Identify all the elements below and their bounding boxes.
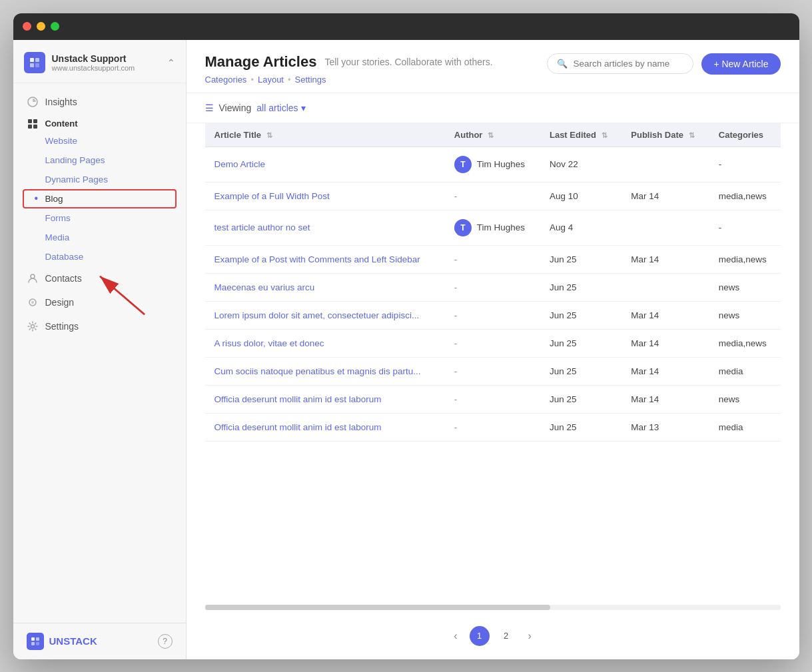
sidebar-item-insights[interactable]: Insights — [13, 90, 186, 114]
article-title-cell[interactable]: Example of a Post with Comments and Left… — [205, 245, 445, 273]
forms-label: Forms — [45, 213, 71, 223]
pagination: ‹ 1 2 › — [187, 613, 799, 659]
categories-cell: - — [709, 210, 781, 245]
last-edited-cell: Jun 25 — [540, 245, 621, 273]
svg-rect-16 — [36, 637, 39, 641]
sidebar-item-settings[interactable]: Settings — [13, 314, 186, 338]
author-avatar: T — [454, 156, 472, 173]
sidebar-item-forms[interactable]: Forms — [13, 208, 186, 228]
sidebar-item-database[interactable]: Database — [13, 247, 186, 266]
help-circle-icon[interactable]: ? — [158, 634, 173, 649]
article-title-cell[interactable]: Lorem ipsum dolor sit amet, consectetuer… — [205, 301, 445, 329]
last-edited-cell: Aug 10 — [540, 182, 621, 210]
svg-rect-4 — [30, 63, 34, 67]
close-button[interactable] — [23, 22, 31, 31]
filter-icon: ☰ — [205, 103, 214, 113]
table-row: Example of a Full Width Post-Aug 10Mar 1… — [205, 182, 781, 210]
website-label: Website — [45, 136, 78, 146]
sidebar-item-media[interactable]: Media — [13, 228, 186, 247]
unstack-logo: UNSTACK — [27, 633, 97, 650]
page-1-button[interactable]: 1 — [470, 626, 490, 646]
article-title-cell[interactable]: Officia deserunt mollit anim id est labo… — [205, 385, 445, 413]
author-name: Tim Hughes — [477, 222, 525, 232]
author-avatar: T — [454, 219, 472, 236]
sidebar-item-contacts[interactable]: Contacts — [13, 266, 186, 290]
sidebar-item-dynamic-pages[interactable]: Dynamic Pages — [13, 170, 186, 189]
last-edited-cell: Jun 25 — [540, 385, 621, 413]
author-cell: - — [445, 301, 540, 329]
publish-date-cell: Mar 14 — [621, 301, 709, 329]
table-header-row: Article Title ⇅ Author ⇅ Last Edited ⇅ — [205, 123, 781, 147]
media-label: Media — [45, 232, 70, 242]
settings-link[interactable]: Settings — [295, 75, 326, 85]
new-article-button[interactable]: + New Article — [701, 53, 780, 75]
title-row: Manage Articles Tell your stories. Colla… — [205, 53, 493, 71]
sort-icon-publish-date[interactable]: ⇅ — [689, 131, 695, 139]
article-title-cell[interactable]: Cum sociis natoque penatibus et magnis d… — [205, 357, 445, 385]
publish-date-cell: Mar 14 — [621, 329, 709, 357]
brand-url: www.unstacksupport.com — [52, 64, 135, 72]
sort-icon-author[interactable]: ⇅ — [488, 131, 494, 139]
search-icon: 🔍 — [557, 59, 568, 69]
sort-icon-last-edited[interactable]: ⇅ — [602, 131, 608, 139]
article-title-cell[interactable]: test article author no set — [205, 210, 445, 245]
layout-link[interactable]: Layout — [258, 75, 284, 85]
svg-rect-9 — [28, 125, 32, 129]
content-icon — [27, 118, 39, 130]
sidebar: Unstack Support www.unstacksupport.com ⌃ — [13, 40, 187, 659]
sidebar-item-website[interactable]: Website — [13, 131, 186, 151]
sidebar-chevron-icon[interactable]: ⌃ — [167, 57, 175, 68]
svg-rect-17 — [31, 642, 35, 645]
svg-rect-2 — [30, 58, 34, 62]
gear-icon — [27, 320, 39, 332]
article-title-cell[interactable]: Maecenas eu varius arcu — [205, 273, 445, 301]
last-edited-cell: Nov 22 — [540, 147, 621, 182]
search-input[interactable] — [573, 59, 683, 69]
svg-rect-8 — [33, 119, 37, 123]
page-title: Manage Articles — [205, 53, 317, 71]
table-header: Article Title ⇅ Author ⇅ Last Edited ⇅ — [205, 123, 781, 147]
chart-icon — [27, 96, 39, 108]
chevron-down-icon: ▾ — [301, 103, 306, 113]
landing-pages-label: Landing Pages — [45, 155, 105, 165]
dynamic-pages-label: Dynamic Pages — [45, 174, 109, 184]
article-title-cell[interactable]: Example of a Full Width Post — [205, 182, 445, 210]
publish-date-cell — [621, 147, 709, 182]
sort-icon-title[interactable]: ⇅ — [266, 131, 272, 139]
maximize-button[interactable] — [51, 22, 59, 31]
article-title-cell[interactable]: Officia deserunt mollit anim id est labo… — [205, 413, 445, 441]
page-2-button[interactable]: 2 — [496, 626, 516, 646]
svg-rect-10 — [33, 125, 37, 129]
next-page-button[interactable]: › — [523, 627, 537, 645]
contacts-label: Contacts — [45, 273, 82, 284]
sidebar-item-landing-pages[interactable]: Landing Pages — [13, 151, 186, 170]
article-title-cell[interactable]: A risus dolor, vitae et donec — [205, 329, 445, 357]
main-header: Manage Articles Tell your stories. Colla… — [187, 40, 799, 93]
horizontal-scrollbar[interactable] — [205, 605, 781, 610]
filter-dropdown[interactable]: all articles ▾ — [256, 103, 305, 113]
brand-icon — [24, 52, 45, 73]
sidebar-footer: UNSTACK ? — [13, 623, 186, 659]
prev-page-button[interactable]: ‹ — [448, 627, 462, 645]
categories-cell: media — [709, 357, 781, 385]
insights-label: Insights — [45, 97, 77, 107]
search-box[interactable]: 🔍 — [547, 53, 693, 74]
table-row: Cum sociis natoque penatibus et magnis d… — [205, 357, 781, 385]
scrollbar-thumb — [205, 605, 550, 610]
person-icon — [27, 272, 39, 284]
minimize-button[interactable] — [37, 22, 45, 31]
paintbrush-icon — [27, 296, 39, 308]
sidebar-header: Unstack Support www.unstacksupport.com ⌃ — [13, 40, 186, 83]
author-cell: - — [445, 357, 540, 385]
categories-link[interactable]: Categories — [205, 75, 247, 85]
author-cell: - — [445, 273, 540, 301]
author-cell: - — [445, 245, 540, 273]
sidebar-item-design[interactable]: Design — [13, 290, 186, 314]
svg-rect-5 — [35, 63, 39, 67]
sidebar-item-blog[interactable]: Blog — [13, 189, 186, 208]
svg-rect-3 — [35, 58, 39, 62]
article-title-cell[interactable]: Demo Article — [205, 147, 445, 182]
titlebar — [13, 13, 799, 40]
blog-label: Blog — [45, 194, 63, 204]
col-last-edited: Last Edited ⇅ — [540, 123, 621, 147]
